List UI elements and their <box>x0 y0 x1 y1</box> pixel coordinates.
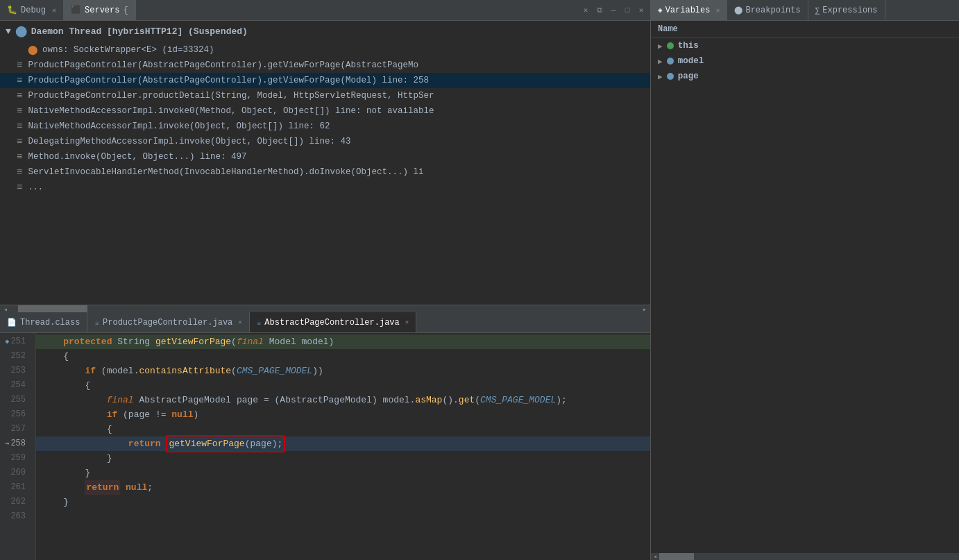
right-tab-breakpoints[interactable]: ⬤ Breakpoints <box>727 0 808 20</box>
stack-left-arrow[interactable]: ◂ <box>0 305 11 312</box>
variables-tab-close-icon[interactable]: ✕ <box>715 6 720 15</box>
code-line-261: return null; <box>36 480 650 495</box>
debug-toolbar-icons: ✕ ⧉ — □ ✕ <box>579 4 650 17</box>
stack-equals-3: ≡ <box>17 105 22 117</box>
stack-hscroll[interactable]: ◂ ▸ <box>0 305 650 312</box>
stack-frame-text-8: ... <box>28 183 43 192</box>
method-getViewForPage: getViewForPage <box>155 334 231 349</box>
debug-icon-minimize[interactable]: — <box>607 4 620 17</box>
code-line-251: protected String getViewForPage(final Mo… <box>36 334 650 349</box>
stack-frame-4[interactable]: ≡ NativeMethodAccessorImpl.invoke(Object… <box>0 119 650 134</box>
stack-frame-text-5: DelegatingMethodAccessorImpl.invoke(Obje… <box>28 137 350 146</box>
line-252: 252 <box>0 349 30 364</box>
debug-tab-debug[interactable]: 🐛 Debug ✕ <box>0 0 64 20</box>
variables-tab-label: Variables <box>665 6 711 15</box>
variables-header: Name <box>651 21 959 38</box>
var-this-arrow[interactable]: ▶ <box>658 42 663 51</box>
debug-tabs: 🐛 Debug ✕ ⬛ Servers { ✕ ⧉ — □ ✕ <box>0 0 650 21</box>
stack-frame-text-6: Method.invoke(Object, Object...) line: 4… <box>28 152 246 162</box>
line-256: 256 <box>0 407 30 422</box>
right-tab-variables[interactable]: ◈ Variables ✕ <box>651 0 727 20</box>
stack-frame-8[interactable]: ≡ ... <box>0 180 650 195</box>
var-page-name: page <box>678 71 699 81</box>
line-263: 263 <box>0 509 30 524</box>
product-page-close-icon[interactable]: ✕ <box>238 319 241 326</box>
line-255: 255 <box>0 393 30 407</box>
debug-icon-maximize[interactable]: □ <box>621 4 634 17</box>
stack-equals-6: ≡ <box>17 151 22 162</box>
var-this-dot-icon <box>667 42 674 49</box>
line-253: 253 <box>0 364 30 378</box>
stack-frame-3[interactable]: ≡ NativeMethodAccessorImpl.invoke0(Metho… <box>0 103 650 119</box>
stack-equals-1: ≡ <box>17 75 22 86</box>
var-page-arrow[interactable]: ▶ <box>658 72 663 81</box>
thread-header: ▼ ⬤ Daemon Thread [hybrisHTTP12] (Suspen… <box>0 21 650 42</box>
stack-frame-7[interactable]: ≡ ServletInvocableHandlerMethod(Invocabl… <box>0 164 650 180</box>
line-254: 254 <box>0 378 30 393</box>
debug-tab-label: Debug <box>21 6 46 15</box>
line-251: ◆ 251 <box>0 334 30 349</box>
stack-owns-item[interactable]: ⬤ owns: SocketWrapper<E> (id=33324) <box>0 42 650 58</box>
stack-frame-0[interactable]: ≡ ProductPageController(AbstractPageCont… <box>0 58 650 73</box>
code-line-259: } <box>36 451 650 466</box>
stack-frame-2[interactable]: ≡ ProductPageController.productDetail(St… <box>0 88 650 103</box>
stack-equals-0: ≡ <box>17 60 22 71</box>
debug-icon: 🐛 <box>7 5 17 15</box>
variables-name-col: Name <box>658 24 678 34</box>
stack-equals-7: ≡ <box>17 167 22 178</box>
editor-tab-abstract-page[interactable]: ☕ AbstractPageController.java ✕ <box>250 312 416 332</box>
stack-frame-text-7: ServletInvocableHandlerMethod(InvocableH… <box>28 167 423 177</box>
right-bottom-scroll[interactable]: ◂ <box>651 553 959 560</box>
code-line-260: } <box>36 466 650 480</box>
line-260: 260 <box>0 466 30 480</box>
main-layout: 🐛 Debug ✕ ⬛ Servers { ✕ ⧉ — □ ✕ ▼ ⬤ D <box>0 0 959 560</box>
stack-panel: ▼ ⬤ Daemon Thread [hybrisHTTP12] (Suspen… <box>0 21 650 305</box>
editor-tab-product-page[interactable]: ☕ ProductPageController.java ✕ <box>87 312 249 332</box>
stack-hscroll-thumb[interactable] <box>18 305 87 312</box>
stack-frame-text-1: ProductPageController(AbstractPageContro… <box>28 76 429 85</box>
debug-icon-copy[interactable]: ⧉ <box>593 4 606 17</box>
code-area: ◆ 251 252 253 254 255 256 257 ⇒ 258 259 … <box>0 333 650 560</box>
stack-frame-text-4: NativeMethodAccessorImpl.invoke(Object, … <box>28 121 330 131</box>
stack-hscroll-track <box>87 305 639 312</box>
variable-model[interactable]: ▶ model <box>651 53 959 69</box>
line-257: 257 <box>0 422 30 436</box>
line-numbers: ◆ 251 252 253 254 255 256 257 ⇒ 258 259 … <box>0 333 36 560</box>
debug-tab-servers[interactable]: ⬛ Servers { <box>64 0 136 20</box>
thread-expand-arrow[interactable]: ▼ <box>6 26 11 37</box>
abstract-page-close-icon[interactable]: ✕ <box>405 319 409 326</box>
expressions-tab-icon: ∑ <box>815 6 820 15</box>
code-line-252: { <box>36 349 650 364</box>
breakpoint-251-icon: ◆ <box>5 337 9 348</box>
current-line-arrow-icon: ⇒ <box>5 439 9 450</box>
var-model-name: model <box>678 56 704 66</box>
stack-frame-5[interactable]: ≡ DelegatingMethodAccessorImpl.invoke(Ob… <box>0 134 650 149</box>
abstract-page-label: AbstractPageController.java <box>264 318 399 328</box>
stack-equals-8: ≡ <box>17 182 22 193</box>
debug-tab-close-icon[interactable]: ✕ <box>52 6 56 15</box>
debug-icon-close[interactable]: ✕ <box>635 4 647 17</box>
right-tabs: ◈ Variables ✕ ⬤ Breakpoints ∑ Expression… <box>651 0 959 21</box>
stack-right-arrow[interactable]: ▸ <box>639 305 650 312</box>
variable-page[interactable]: ▶ page <box>651 69 959 84</box>
code-line-256: if (page != null) <box>36 407 650 422</box>
debug-icon-cut[interactable]: ✕ <box>579 4 592 17</box>
line-258: ⇒ 258 <box>0 436 30 451</box>
expressions-tab-label: Expressions <box>822 6 877 15</box>
variable-this[interactable]: ▶ this <box>651 38 959 53</box>
right-panel: ◈ Variables ✕ ⬤ Breakpoints ∑ Expression… <box>651 0 959 560</box>
right-hscroll-thumb[interactable] <box>659 553 694 560</box>
stack-frame-1[interactable]: ≡ ProductPageController(AbstractPageCont… <box>0 73 650 88</box>
code-line-254: { <box>36 378 650 393</box>
stack-frame-text-2: ProductPageController.productDetail(Stri… <box>28 91 434 101</box>
code-editor: ◆ 251 252 253 254 255 256 257 ⇒ 258 259 … <box>0 333 650 560</box>
right-tab-expressions[interactable]: ∑ Expressions <box>808 0 885 20</box>
code-line-255: final AbstractPageModel page = (Abstract… <box>36 393 650 407</box>
stack-frame-text-0: ProductPageController(AbstractPageContro… <box>28 60 418 70</box>
right-panel-left-arrow[interactable]: ◂ <box>651 553 659 560</box>
stack-frame-6[interactable]: ≡ Method.invoke(Object, Object...) line:… <box>0 149 650 164</box>
right-bottom-spacer: ◂ <box>651 553 959 560</box>
servers-tab-label: ⬛ <box>71 5 81 15</box>
editor-tab-thread-class[interactable]: 📄 Thread.class <box>0 312 87 332</box>
var-model-arrow[interactable]: ▶ <box>658 57 663 66</box>
